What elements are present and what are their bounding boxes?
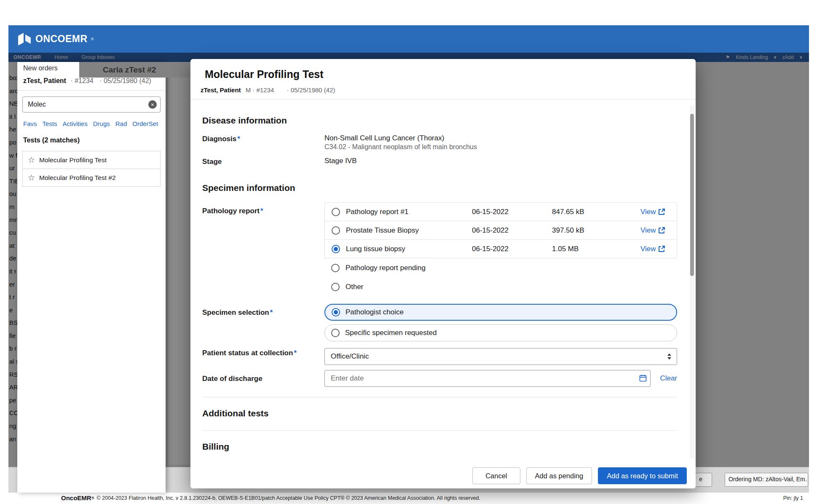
result-item-molecular-profiling-test[interactable]: ☆ Molecular Profiling Test [22, 151, 161, 169]
modal-footer: Cancel Add as pending Add as ready to su… [190, 463, 696, 488]
additional-tests-heading: Additional tests [202, 408, 677, 418]
pathology-report-option-2[interactable]: Prostate Tissue Biopsy 06-15-2022 397.50… [324, 221, 677, 240]
diagnosis-value: Non-Small Cell Lung Cancer (Thorax) C34.… [324, 134, 677, 151]
section-divider [202, 430, 677, 431]
footer-pin: Pin: jly 1 [783, 495, 803, 501]
stage-row: Stage Stage IVB [202, 157, 677, 166]
order-search-input[interactable] [22, 97, 161, 113]
add-as-pending-button[interactable]: Add as pending [526, 467, 592, 484]
option-label: Pathologist choice [346, 308, 404, 316]
date-of-discharge-row: Date of discharge Clear [202, 370, 677, 387]
result-item-molecular-profiling-test-2[interactable]: ☆ Molecular Profiling Test #2 [22, 169, 161, 187]
patient-dob: · 05/25/1980 (42) [287, 86, 335, 94]
patient-status-label: Patient status at collection* [202, 348, 324, 357]
app-header: ONCOEMR ® [8, 25, 809, 53]
option-pathologist-choice[interactable]: Pathologist choice [324, 304, 677, 321]
cancel-button[interactable]: Cancel [472, 467, 520, 484]
view-report-link[interactable]: View [640, 226, 677, 235]
radio-unselected-icon[interactable] [331, 264, 340, 272]
section-divider [202, 397, 677, 397]
option-label: Specific specimen requested [345, 329, 437, 337]
tab-rad[interactable]: Rad [115, 120, 127, 127]
modal-scrollbar-track[interactable] [690, 105, 694, 459]
view-report-link[interactable]: View [640, 208, 677, 216]
select-updown-icon [667, 353, 672, 360]
report-size: 847.65 kB [552, 208, 640, 216]
specimen-selection-options: Pathologist choice Specific specimen req… [324, 304, 677, 341]
result-item-label: Molecular Profiling Test [39, 156, 107, 164]
patient-sex-id: M · #1234 [246, 86, 274, 94]
modal-scrollbar-thumb[interactable] [690, 114, 694, 276]
date-of-discharge-field: Clear [324, 370, 677, 387]
tab-tests[interactable]: Tests [43, 120, 57, 127]
tab-drugs[interactable]: Drugs [93, 120, 110, 127]
report-size: 397.50 kB [552, 226, 640, 235]
report-date: 06-15-2022 [472, 226, 552, 235]
background-patient-heading: Carla zTest #2 [103, 65, 156, 75]
page-footer: OncoEMR ® © 2004-2023 Flatiron Health, I… [8, 493, 809, 503]
radio-selected-icon[interactable] [332, 245, 340, 253]
date-of-discharge-label: Date of discharge [202, 374, 324, 383]
tab-activities[interactable]: Activities [63, 120, 88, 127]
star-icon[interactable]: ☆ [28, 155, 35, 165]
report-name: Pathology report pending [346, 264, 677, 272]
required-asterisk: * [294, 349, 297, 357]
patient-status-row: Patient status at collection* Office/Cli… [202, 348, 677, 365]
required-asterisk: * [270, 308, 273, 316]
clear-date-link[interactable]: Clear [660, 374, 677, 383]
tab-orderset[interactable]: OrderSet [132, 120, 158, 127]
report-name: Pathology report #1 [346, 208, 472, 216]
diagnosis-label-text: Diagnosis [202, 135, 236, 143]
tab-favs[interactable]: Favs [23, 120, 37, 127]
view-link-label: View [640, 226, 656, 235]
molecular-profiling-test-modal: Molecular Profiling Test zTest, Patient … [190, 59, 696, 488]
view-link-label: View [640, 208, 656, 216]
ordering-md-select[interactable]: Ordering MD: zAltos-Vail, Em… [725, 473, 808, 487]
panel-patient-info: zTest, Patient · #1234 · 05/25/1980 (42) [17, 77, 166, 91]
report-name: Other [346, 283, 677, 291]
radio-unselected-icon[interactable] [332, 208, 340, 216]
required-asterisk: * [260, 207, 263, 215]
modal-header: Molecular Profiling Test [190, 59, 696, 80]
result-item-label: Molecular Profiling Test #2 [39, 174, 116, 182]
pathology-report-pending-option[interactable]: Pathology report pending [324, 258, 677, 277]
patient-status-selected-value: Office/Clinic [331, 352, 369, 361]
pathology-report-list: Pathology report #1 06-15-2022 847.65 kB… [324, 202, 677, 296]
star-icon[interactable]: ☆ [28, 173, 35, 182]
stage-label: Stage [202, 157, 324, 166]
modal-patient-bar: zTest, Patient M · #1234 · 05/25/1980 (4… [190, 86, 696, 99]
report-date: 06-15-2022 [472, 208, 552, 216]
radio-unselected-icon[interactable] [331, 329, 340, 337]
billing-heading: Billing [202, 442, 677, 452]
report-size: 1.05 MB [552, 245, 640, 253]
close-icon: ✕ [151, 102, 154, 107]
diagnosis-row: Diagnosis* Non-Small Cell Lung Cancer (T… [202, 134, 677, 151]
background-heading-area: Carla zTest #2 [79, 62, 190, 78]
pathology-report-label-text: Pathology report [202, 207, 260, 215]
new-orders-panel: New orders zTest, Patient · #1234 · 05/2… [17, 62, 166, 493]
logo-registered-mark: ® [91, 37, 94, 41]
patient-status-select[interactable]: Office/Clinic [324, 348, 677, 365]
radio-selected-icon[interactable] [332, 308, 340, 316]
pathology-report-option-3-selected[interactable]: Lung tissue biopsy 06-15-2022 1.05 MB Vi… [324, 239, 677, 258]
external-link-icon [659, 209, 665, 215]
view-report-link[interactable]: View [640, 245, 677, 253]
external-link-icon [659, 246, 665, 252]
add-as-ready-to-submit-button[interactable]: Add as ready to submit [598, 467, 687, 484]
pathology-report-label: Pathology report* [202, 202, 324, 215]
external-link-icon [659, 227, 665, 233]
search-category-tabs: Favs Tests Activities Drugs Rad OrderSet [23, 120, 166, 127]
results-list: ☆ Molecular Profiling Test ☆ Molecular P… [22, 151, 161, 187]
logo-text: ONCOEMR [35, 33, 88, 45]
radio-unselected-icon[interactable] [332, 226, 340, 235]
discharge-date-input[interactable] [324, 370, 651, 387]
specimen-selection-label: Specimen selection* [202, 304, 324, 317]
radio-unselected-icon[interactable] [331, 283, 340, 291]
option-specific-specimen-requested[interactable]: Specific specimen requested [324, 324, 677, 341]
results-header: Tests (2 matches) [23, 137, 166, 144]
clear-search-button[interactable]: ✕ [148, 100, 157, 109]
calendar-icon[interactable] [639, 374, 647, 383]
pathology-report-option-1[interactable]: Pathology report #1 06-15-2022 847.65 kB… [324, 202, 677, 221]
footer-legal-text: © 2004-2023 Flatiron Health, Inc. v 2.8.… [96, 495, 480, 501]
pathology-report-other-option[interactable]: Other [324, 277, 677, 296]
